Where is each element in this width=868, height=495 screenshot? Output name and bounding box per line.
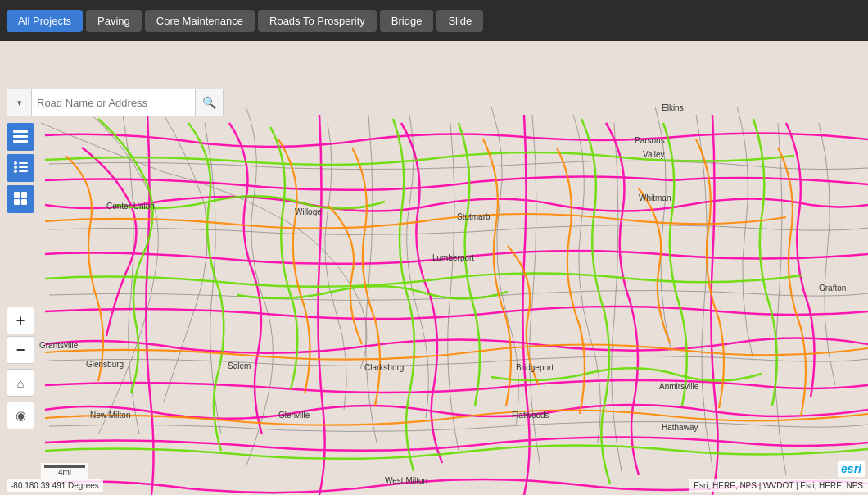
list-button[interactable]	[7, 154, 34, 182]
attribution-text: Esri, HERE, NPS | WVDOT | Esri, HERE, NP…	[694, 481, 863, 490]
zoom-in-button[interactable]: +	[7, 307, 34, 334]
home-icon: ⌂	[16, 376, 24, 390]
coordinates-text: -80.180 39.491 Degrees	[11, 481, 99, 490]
grid-button[interactable]	[7, 185, 34, 213]
tab-slide[interactable]: Slide	[436, 10, 483, 32]
svg-text:Parsons: Parsons	[635, 136, 665, 145]
search-bar: ▾ 🔍	[7, 89, 224, 116]
home-button[interactable]: ⌂	[7, 369, 34, 397]
list-icon	[13, 160, 28, 177]
locate-icon: ◉	[16, 408, 26, 423]
map-container: Elkins Parsons Valley Whitman Center Uni…	[0, 41, 868, 495]
svg-rect-20	[13, 130, 28, 133]
svg-rect-28	[19, 170, 28, 172]
svg-text:Hathaway: Hathaway	[662, 423, 698, 432]
svg-text:Glensburg: Glensburg	[86, 360, 124, 369]
svg-point-23	[14, 161, 17, 165]
svg-rect-21	[13, 135, 28, 138]
svg-text:Salem: Salem	[228, 361, 251, 370]
layers-icon	[13, 129, 28, 146]
svg-text:Grafton: Grafton	[819, 284, 846, 293]
svg-text:Elkins: Elkins	[662, 103, 684, 112]
svg-text:New Milton: New Milton	[90, 411, 130, 420]
svg-text:Clarksburg: Clarksburg	[364, 363, 404, 372]
search-button[interactable]: 🔍	[195, 89, 223, 116]
svg-rect-30	[21, 192, 27, 198]
svg-rect-26	[19, 166, 28, 168]
search-icon: 🔍	[202, 96, 216, 109]
svg-rect-29	[14, 192, 20, 198]
svg-text:Glenville: Glenville	[278, 411, 310, 420]
search-dropdown-button[interactable]: ▾	[7, 89, 32, 116]
svg-text:Willoge: Willoge	[295, 207, 322, 216]
svg-point-25	[14, 166, 17, 169]
svg-text:Valley: Valley	[643, 150, 665, 159]
svg-text:Whitman: Whitman	[639, 193, 671, 202]
left-toolbar	[7, 123, 34, 213]
search-input[interactable]	[32, 97, 195, 109]
svg-text:Stutmarb: Stutmarb	[457, 212, 491, 221]
svg-text:Bridgeport: Bridgeport	[516, 363, 554, 372]
top-nav: All Projects Paving Core Maintenance Roa…	[0, 0, 868, 41]
attribution: Esri, HERE, NPS | WVDOT | Esri, HERE, NP…	[689, 479, 868, 492]
tab-bridge[interactable]: Bridge	[380, 10, 434, 32]
svg-text:Flatwoods: Flatwoods	[512, 411, 549, 420]
svg-text:Grantsville: Grantsville	[39, 341, 79, 350]
tab-paving[interactable]: Paving	[86, 10, 142, 32]
scale-label: 4mi	[58, 468, 71, 477]
zoom-out-button[interactable]: −	[7, 336, 34, 364]
tab-core-maintenance[interactable]: Core Maintenance	[145, 10, 255, 32]
svg-text:Center Union: Center Union	[106, 202, 155, 211]
svg-text:Anmirsville: Anmirsville	[659, 382, 699, 391]
tab-all-projects[interactable]: All Projects	[7, 10, 83, 32]
scale-bar: 4mi	[41, 463, 88, 479]
svg-rect-22	[13, 140, 28, 143]
layers-button[interactable]	[7, 123, 34, 151]
svg-text:West Milton: West Milton	[385, 476, 427, 485]
svg-rect-32	[21, 199, 27, 205]
svg-text:Lumberport: Lumberport	[432, 253, 474, 262]
grid-icon	[13, 191, 28, 208]
tab-roads-to-prosperity[interactable]: Roads To Prosperity	[258, 10, 377, 32]
zoom-controls: + − ⌂ ◉	[7, 307, 34, 429]
svg-rect-31	[14, 199, 20, 205]
esri-logo: esri	[838, 461, 865, 477]
locate-button[interactable]: ◉	[7, 402, 34, 429]
svg-rect-24	[19, 162, 28, 164]
coordinates-display: -80.180 39.491 Degrees	[7, 479, 103, 492]
svg-point-27	[14, 170, 17, 173]
chevron-down-icon: ▾	[17, 98, 22, 108]
